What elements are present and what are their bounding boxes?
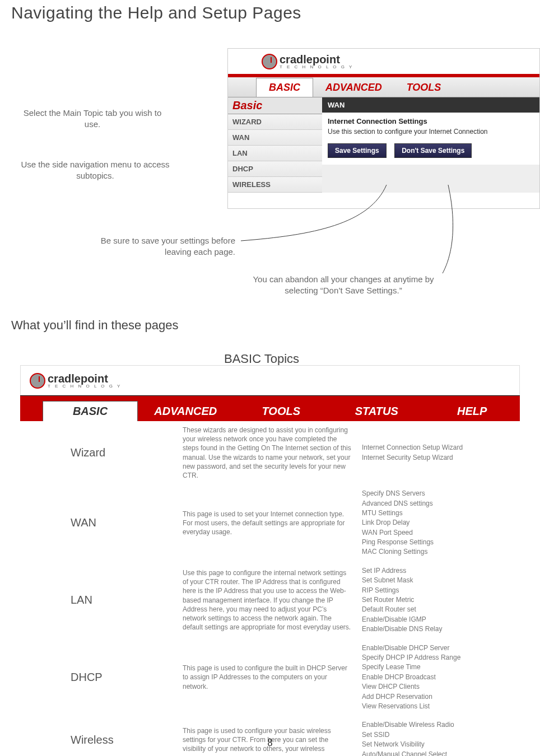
tab-strip-full: BASIC ADVANCED TOOLS STATUS HELP [20,395,520,421]
topic-row: LANUse this page to configure the intern… [20,562,520,639]
sidebar-item-wan[interactable]: WAN [228,130,322,146]
tab2-status[interactable]: STATUS [329,402,425,421]
tab2-basic[interactable]: BASIC [43,401,138,421]
topic-name: Wizard [20,426,183,480]
topic-detail-item: Internet Security Setup Wizard [362,453,520,463]
save-settings-button[interactable]: Save Settings [328,143,387,158]
topic-detail-item: Specify Lease Time [362,662,520,672]
topic-name: LAN [20,566,183,634]
panel-description: Use this section to configure your Inter… [322,128,539,141]
admin-screenshot: cradlepoint T E C H N O L O G Y BASIC AD… [227,48,540,209]
topic-description: Use this page to configure the internal … [183,566,362,634]
callout-save: Be sure to save your settings before lea… [84,235,235,258]
callout-select-tab: Select the Main Topic tab you wish to us… [17,108,168,130]
topic-detail-item: Auto/Manual Channel Select [362,750,520,757]
topic-detail-item: Set IP Address [362,566,520,576]
sidebar-item-wireless[interactable]: WIRELESS [228,177,322,193]
topic-row: WANThis page is used to set your Interne… [20,484,520,562]
topic-detail-item: Enable/Disable Wireless Radio [362,720,520,730]
topic-detail-item: Default Router set [362,605,520,614]
topic-name: DHCP [20,643,183,712]
logo-text: cradlepoint [280,53,340,66]
panel-heading-wan: WAN [322,97,539,113]
topic-details: Specify DNS ServersAdvanced DNS settings… [362,489,520,557]
topic-detail-item: Specify DNS Servers [362,489,520,498]
topic-detail-item: WAN Port Speed [362,528,520,538]
side-nav: Basic WIZARD WAN LAN DHCP WIRELESS [228,97,322,193]
dont-save-settings-button[interactable]: Don't Save Settings [394,143,472,158]
topic-description: These wizards are designed to assist you… [183,426,362,480]
logo-row-2: cradlepoint T E C H N O L O G Y [20,365,520,395]
topic-row: WirelessThis page is used to configure y… [20,716,520,756]
tab2-tools[interactable]: TOOLS [234,402,329,421]
logo-subtext: T E C H N O L O G Y [280,64,353,69]
logo-row: cradlepoint T E C H N O L O G Y [228,49,539,74]
logo-subtext: T E C H N O L O G Y [48,384,122,389]
topic-detail-item: Add DHCP Reservation [362,692,520,702]
topic-detail-item: Set Router Metric [362,595,520,605]
sidebar-item-wizard[interactable]: WIZARD [228,114,322,130]
topic-detail-item: Enable/Disable DNS Relay [362,624,520,634]
topic-row: WizardThese wizards are designed to assi… [20,421,520,484]
topic-detail-item: MTU Settings [362,508,520,518]
topic-detail-item: View Reservations List [362,702,520,711]
main-tabs: BASIC ADVANCED TOOLS [228,77,539,97]
topic-detail-item: Internet Connection Setup Wizard [362,443,520,452]
topic-detail-item: View DHCP Clients [362,682,520,692]
topic-description: This page is used to set your Internet c… [183,489,362,557]
topic-detail-item: Set Subnet Mask [362,576,520,585]
cradlepoint-logo-icon [262,54,277,69]
subheading: What you’ll find in these pages [11,318,178,333]
cradlepoint-logo-icon [30,373,45,389]
page-title: Navigating the Help and Setup Pages [0,0,540,22]
topic-details: Enable/Disable DHCP ServerSpecify DHCP I… [362,643,520,712]
topic-description: This page is used to configure the built… [183,643,362,712]
topic-detail-item: Advanced DNS settings [362,499,520,508]
topic-detail-item: Ping Response Settings [362,538,520,547]
topic-detail-item: Specify DHCP IP Address Range [362,653,520,662]
tab-advanced[interactable]: ADVANCED [313,78,394,97]
topic-detail-item: MAC Cloning Settings [362,547,520,557]
page-number: 8 [0,737,540,749]
topic-detail-item: Link Drop Delay [362,518,520,528]
main-panel: WAN Internet Connection Settings Use thi… [322,97,539,193]
callout-side-nav: Use the side navigation menu to access s… [11,159,179,182]
callout-dont-save: You can abandon all your changes at anyt… [245,274,441,297]
topic-detail-item: Enable/Disable DHCP Server [362,643,520,653]
topics-table: WizardThese wizards are designed to assi… [20,421,520,756]
sidebar-item-dhcp[interactable]: DHCP [228,161,322,177]
tab-tools[interactable]: TOOLS [394,78,454,97]
topic-details: Set IP AddressSet Subnet MaskRIP Setting… [362,566,520,634]
tab-basic[interactable]: BASIC [256,78,313,97]
panel-subheading: Internet Connection Settings [322,113,539,128]
tab2-advanced[interactable]: ADVANCED [138,402,234,421]
sidebar-item-lan[interactable]: LAN [228,146,322,161]
topic-detail-item: Enable DHCP Broadcast [362,673,520,682]
side-nav-title: Basic [228,97,322,114]
topic-detail-item: RIP Settings [362,586,520,595]
tab2-help[interactable]: HELP [425,402,520,421]
topic-row: DHCPThis page is used to configure the b… [20,639,520,716]
topic-details: Internet Connection Setup WizardInternet… [362,426,520,480]
topic-detail-item: Enable/Disable IGMP [362,615,520,624]
basic-topics-title: BASIC Topics [224,352,299,366]
logo-text: cradlepoint [48,372,108,385]
topic-name: WAN [20,489,183,557]
